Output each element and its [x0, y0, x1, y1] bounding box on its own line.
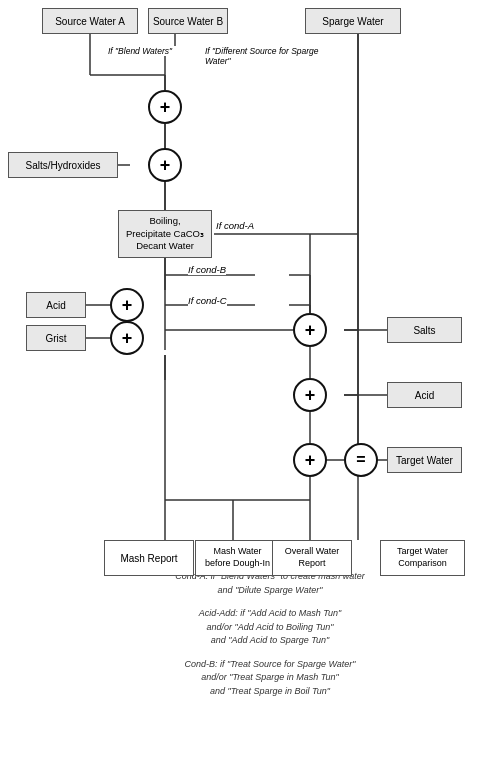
legend-section: Cond-A: if "Blend Waters" to create mash… [0, 560, 500, 718]
legend-item-3: Cond-B: if "Treat Source for Sparge Wate… [60, 658, 480, 699]
mash-water-box: Mash Water before Dough-In [195, 540, 280, 576]
diff-source-condition: If "Different Source for Sparge Water" [205, 46, 335, 66]
salts-plus-circle: + [148, 148, 182, 182]
blend-waters-condition: If "Blend Waters" [108, 46, 198, 56]
flow-lines [0, 0, 500, 560]
salts-hydroxides-box: Salts/Hydroxides [8, 152, 118, 178]
cond-b-label: If cond-B [188, 264, 226, 275]
flow-diagram: Source Water A Source Water B Sparge Wat… [0, 0, 500, 560]
equals-circle: = [344, 443, 378, 477]
source-water-a-box: Source Water A [42, 8, 138, 34]
target-water-box: Target Water [387, 447, 462, 473]
sparge-water-box: Sparge Water [305, 8, 401, 34]
grist-box: Grist [26, 325, 86, 351]
acid-right-box: Acid [387, 382, 462, 408]
cond-c-label: If cond-C [188, 295, 227, 306]
legend-item-2: Acid-Add: if "Add Acid to Mash Tun" and/… [60, 607, 480, 648]
acid-box: Acid [26, 292, 86, 318]
acid-plus-circle: + [110, 288, 144, 322]
right-plus-circle-1: + [293, 313, 327, 347]
right-plus-circle-2: + [293, 378, 327, 412]
cond-a-label: If cond-A [216, 220, 254, 231]
blend-plus-circle: + [148, 90, 182, 124]
grist-plus-circle: + [110, 321, 144, 355]
salts-right-box: Salts [387, 317, 462, 343]
overall-water-report-box: Overall Water Report [272, 540, 352, 576]
boiling-box: Boiling, Precipitate CaCO₃ Decant Water [118, 210, 212, 258]
mash-report-box: Mash Report [104, 540, 194, 576]
source-water-b-box: Source Water B [148, 8, 228, 34]
target-water-comparison-box: Target Water Comparison [380, 540, 465, 576]
right-plus-circle-3: + [293, 443, 327, 477]
